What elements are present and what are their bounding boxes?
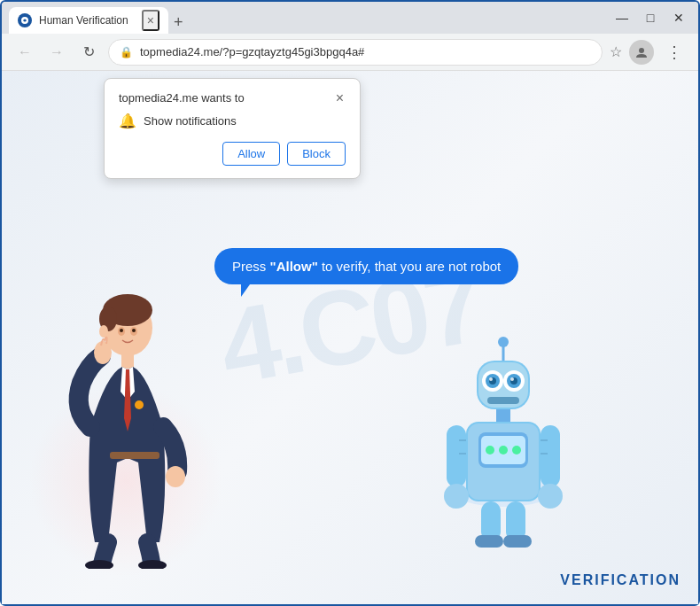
bell-icon: 🔔 <box>119 113 136 129</box>
new-tab-button[interactable]: + <box>168 12 189 34</box>
tab-title: Human Verification <box>39 14 135 27</box>
url-bar[interactable]: 🔒 topmedia24.me/?p=gzqtayztg45gi3bpgq4a# <box>108 39 603 66</box>
svg-point-11 <box>94 341 112 364</box>
svg-point-8 <box>132 329 136 332</box>
back-button[interactable]: ← <box>12 40 37 65</box>
svg-rect-41 <box>541 425 560 487</box>
bookmark-button[interactable]: ☆ <box>610 43 622 60</box>
active-tab[interactable]: Human Verification × <box>9 7 168 34</box>
svg-rect-15 <box>110 452 159 459</box>
content-area: 4.C07 topmedia24.me wants to × 🔔 Show no… <box>2 71 698 604</box>
speech-text: Press "Allow" to verify, that you are no… <box>232 259 501 274</box>
svg-point-38 <box>512 446 521 454</box>
popup-header: topmedia24.me wants to × <box>119 91 346 105</box>
tab-favicon <box>18 13 32 27</box>
url-text: topmedia24.me/?p=gzqtayztg45gi3bpgq4a# <box>140 45 591 58</box>
notification-popup: topmedia24.me wants to × 🔔 Show notifica… <box>104 78 361 179</box>
lock-icon: 🔒 <box>120 46 133 58</box>
window-controls: — □ ✕ <box>610 5 691 30</box>
speech-highlight: "Allow" <box>270 259 318 274</box>
svg-point-12 <box>166 466 185 487</box>
verification-label: VERIFICATION <box>560 572 681 588</box>
svg-rect-30 <box>487 397 519 404</box>
address-bar: ← → ↻ 🔒 topmedia24.me/?p=gzqtayztg45gi3b… <box>2 34 698 71</box>
svg-point-42 <box>538 484 563 509</box>
notification-label: Show notifications <box>144 114 237 128</box>
svg-point-36 <box>486 446 494 454</box>
svg-point-37 <box>499 446 508 454</box>
page-background: 4.C07 topmedia24.me wants to × 🔔 Show no… <box>2 71 698 604</box>
allow-button[interactable]: Allow <box>222 142 280 166</box>
svg-rect-31 <box>496 409 510 422</box>
minimize-button[interactable]: — <box>610 5 634 30</box>
popup-buttons: Allow Block <box>119 142 346 166</box>
robot-figure <box>432 330 574 551</box>
svg-point-40 <box>444 484 469 509</box>
svg-point-29 <box>510 377 514 381</box>
svg-rect-45 <box>475 535 503 548</box>
speech-bubble: Press "Allow" to verify, that you are no… <box>214 248 518 284</box>
reload-button[interactable]: ↻ <box>76 40 101 65</box>
profile-button[interactable] <box>629 40 654 65</box>
forward-button[interactable]: → <box>44 40 69 65</box>
block-button[interactable]: Block <box>287 142 346 166</box>
title-bar: Human Verification × + — □ ✕ <box>2 2 698 34</box>
close-button[interactable]: ✕ <box>666 5 691 30</box>
svg-rect-46 <box>503 535 532 548</box>
svg-point-16 <box>135 400 144 409</box>
svg-rect-10 <box>121 353 134 369</box>
popup-notification-row: 🔔 Show notifications <box>119 113 346 129</box>
tab-close-button[interactable]: × <box>142 10 159 31</box>
tab-bar: Human Verification × + <box>9 2 604 34</box>
popup-close-button[interactable]: × <box>334 91 346 105</box>
svg-rect-39 <box>447 425 466 487</box>
svg-point-7 <box>120 329 123 332</box>
popup-title: topmedia24.me wants to <box>119 91 245 105</box>
svg-point-1 <box>639 48 644 53</box>
svg-point-28 <box>489 377 493 381</box>
person-figure <box>55 285 197 569</box>
svg-point-19 <box>498 337 509 347</box>
svg-point-9 <box>99 325 108 338</box>
browser-window: Human Verification × + — □ ✕ ← → ↻ 🔒 top… <box>0 0 700 606</box>
menu-button[interactable]: ⋮ <box>661 39 688 66</box>
maximize-button[interactable]: □ <box>638 5 663 30</box>
